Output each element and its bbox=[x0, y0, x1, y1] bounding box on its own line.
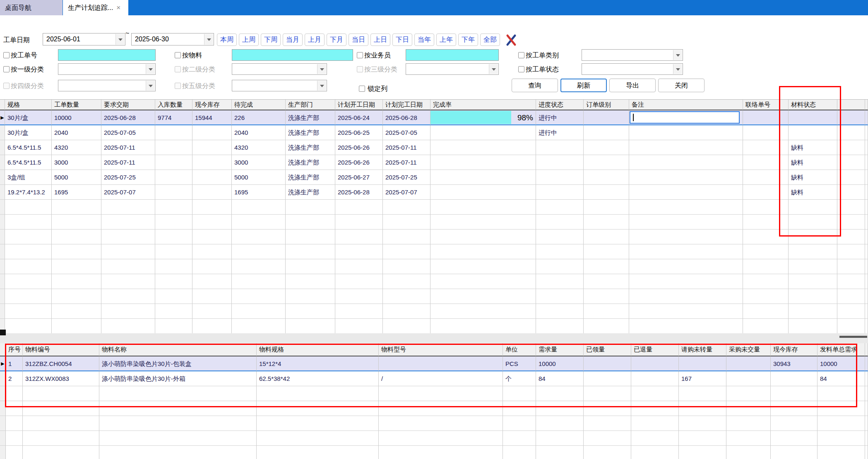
quick-date-button-8[interactable]: 上日 bbox=[370, 33, 390, 46]
column-header-物料编号[interactable]: 物料编号 bbox=[23, 343, 99, 356]
cell[interactable]: 5000 bbox=[52, 170, 101, 185]
quick-date-button-2[interactable]: 上周 bbox=[239, 33, 259, 46]
cell[interactable] bbox=[837, 155, 865, 170]
filter-input-按工单号[interactable] bbox=[58, 49, 156, 61]
chevron-down-icon[interactable] bbox=[317, 64, 326, 74]
cell[interactable]: 84 bbox=[536, 371, 584, 386]
cell[interactable]: 涤小萌防串染吸色片30片-包装盒 bbox=[99, 356, 257, 371]
column-header-订单级别[interactable]: 订单级别 bbox=[584, 100, 629, 110]
cell[interactable] bbox=[629, 185, 743, 200]
filter-checkbox-按工单类别[interactable] bbox=[518, 52, 524, 58]
cell[interactable]: 3盒/组 bbox=[5, 170, 52, 185]
cell[interactable]: 2025-06-28 bbox=[101, 110, 155, 125]
cell[interactable]: 312ZX.WX0083 bbox=[23, 371, 99, 386]
cell[interactable]: 2025-07-11 bbox=[383, 140, 430, 155]
cell[interactable]: 3000 bbox=[52, 155, 101, 170]
quick-date-button-6[interactable]: 下月 bbox=[327, 33, 346, 46]
cell[interactable] bbox=[430, 140, 536, 155]
cell[interactable] bbox=[536, 185, 584, 200]
cell[interactable] bbox=[865, 155, 868, 170]
quick-date-button-11[interactable]: 上年 bbox=[436, 33, 456, 46]
cell[interactable]: 洗涤生产部 bbox=[286, 125, 335, 140]
cell[interactable] bbox=[743, 125, 789, 140]
cell[interactable]: 缺料 bbox=[789, 170, 837, 185]
cell[interactable]: 2025-07-07 bbox=[101, 185, 155, 200]
cell[interactable] bbox=[865, 110, 868, 125]
quick-date-button-3[interactable]: 下周 bbox=[261, 33, 281, 46]
filter-select-按工单类别[interactable] bbox=[582, 49, 683, 61]
action-button-导出[interactable]: 导出 bbox=[609, 79, 656, 92]
chevron-down-icon[interactable] bbox=[146, 64, 155, 74]
cell[interactable]: 4320 bbox=[52, 140, 101, 155]
column-header-物料规格[interactable]: 物料规格 bbox=[257, 343, 379, 356]
filter-select-按二级分类[interactable] bbox=[232, 63, 327, 75]
filter-checkbox-按五级分类[interactable] bbox=[175, 83, 181, 89]
cell[interactable] bbox=[536, 140, 584, 155]
filter-input-按业务员[interactable] bbox=[406, 49, 499, 61]
cell[interactable]: 2025-07-11 bbox=[383, 155, 430, 170]
column-header-进度状态[interactable]: 进度状态 bbox=[536, 100, 584, 110]
cell[interactable]: 2025-06-27 bbox=[335, 170, 383, 185]
column-header-已领量[interactable]: 已领量 bbox=[584, 343, 631, 356]
column-header-发料单总需求[interactable]: 发料单总需求 bbox=[818, 343, 865, 356]
cell[interactable]: 226 bbox=[232, 110, 286, 125]
column-header-联络单号[interactable]: 联络单号 bbox=[743, 100, 789, 110]
cell[interactable]: 6.5*4.5*11.5 bbox=[5, 140, 52, 155]
cell[interactable] bbox=[771, 371, 818, 386]
cell[interactable] bbox=[743, 170, 789, 185]
cell[interactable] bbox=[743, 155, 789, 170]
tab-production-plan-tracking[interactable]: 生产计划追踪...× bbox=[63, 0, 128, 15]
cell[interactable] bbox=[155, 155, 192, 170]
cell[interactable]: 5000 bbox=[232, 170, 286, 185]
clear-date-filter-icon[interactable] bbox=[504, 34, 518, 46]
filter-input-按物料[interactable] bbox=[232, 49, 353, 61]
cell[interactable] bbox=[192, 140, 232, 155]
cell[interactable]: 2 bbox=[6, 371, 23, 386]
cell[interactable] bbox=[584, 110, 629, 125]
cell[interactable]: 1695 bbox=[232, 185, 286, 200]
remark-edit-cell[interactable] bbox=[630, 111, 740, 124]
date-to-combo[interactable]: 2025-06-30 bbox=[131, 33, 214, 45]
cell[interactable]: 62.5*38*42 bbox=[257, 371, 379, 386]
chevron-down-icon[interactable] bbox=[673, 50, 682, 60]
column-header-采购未交量[interactable]: 采购未交量 bbox=[726, 343, 771, 356]
cell[interactable] bbox=[155, 185, 192, 200]
cell[interactable]: 15*12*4 bbox=[257, 356, 379, 371]
cell[interactable] bbox=[430, 170, 536, 185]
quick-date-button-9[interactable]: 下日 bbox=[392, 33, 412, 46]
cell[interactable] bbox=[629, 125, 743, 140]
filter-checkbox-按工单号[interactable] bbox=[3, 52, 10, 58]
column-header-单位[interactable]: 单位 bbox=[503, 343, 536, 356]
cell[interactable] bbox=[789, 110, 837, 125]
filter-checkbox-按四级分类[interactable] bbox=[3, 83, 10, 89]
cell[interactable]: 个 bbox=[503, 371, 536, 386]
cell[interactable]: 2025-06-25 bbox=[335, 125, 383, 140]
chevron-down-icon[interactable] bbox=[317, 81, 326, 91]
cell[interactable]: 洗涤生产部 bbox=[286, 140, 335, 155]
quick-date-button-4[interactable]: 当月 bbox=[283, 33, 303, 46]
column-header-备注[interactable]: 备注 bbox=[629, 100, 743, 110]
cell[interactable]: 2025-06-28 bbox=[335, 185, 383, 200]
cell[interactable]: 2025-07-07 bbox=[383, 185, 430, 200]
filter-checkbox-按三级分类[interactable] bbox=[357, 66, 363, 72]
column-header-计划完工日期[interactable]: 计划完工日期 bbox=[383, 100, 430, 110]
cell[interactable]: 进行中 bbox=[536, 110, 584, 125]
cell[interactable] bbox=[743, 140, 789, 155]
column-header-完成率[interactable]: 完成率 bbox=[430, 100, 536, 110]
cell[interactable] bbox=[865, 170, 868, 185]
splitter-handle[interactable] bbox=[0, 330, 6, 335]
cell[interactable]: 缺料 bbox=[789, 155, 837, 170]
cell[interactable] bbox=[192, 125, 232, 140]
cell[interactable] bbox=[155, 140, 192, 155]
cell[interactable] bbox=[430, 125, 536, 140]
action-button-刷新[interactable]: 刷新 bbox=[560, 79, 607, 92]
cell[interactable] bbox=[584, 125, 629, 140]
cell[interactable] bbox=[631, 371, 679, 386]
cell[interactable] bbox=[743, 110, 789, 125]
cell[interactable] bbox=[865, 371, 868, 386]
column-header-待完成[interactable]: 待完成 bbox=[232, 100, 286, 110]
close-icon[interactable]: × bbox=[116, 4, 120, 12]
filter-checkbox-按一级分类[interactable] bbox=[3, 66, 10, 72]
column-header-要求交期[interactable]: 要求交期 bbox=[101, 100, 155, 110]
filter-select-按工单状态[interactable] bbox=[582, 63, 683, 75]
